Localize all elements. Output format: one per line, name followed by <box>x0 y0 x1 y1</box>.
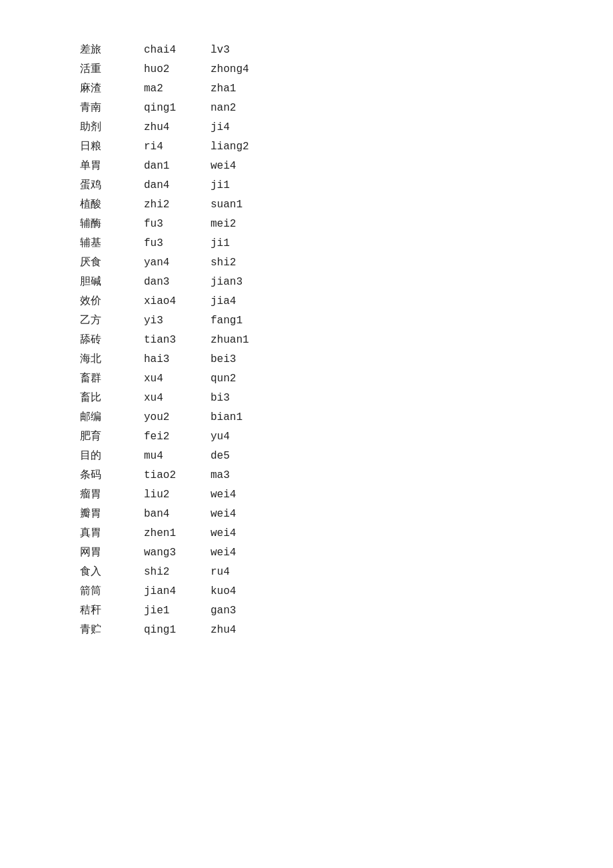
chinese-chars: 活重 <box>80 59 133 79</box>
table-row: 厌食yan4shi2 <box>80 253 267 272</box>
pinyin-first: dan4 <box>133 175 200 195</box>
chinese-chars: 畜比 <box>80 388 133 407</box>
table-row: 青南qing1nan2 <box>80 98 267 117</box>
pinyin-first: mu4 <box>133 446 200 465</box>
chinese-chars: 辅酶 <box>80 214 133 233</box>
pinyin-first: qing1 <box>133 620 200 639</box>
pinyin-first: ri4 <box>133 137 200 156</box>
chinese-chars: 瘤胃 <box>80 485 133 504</box>
pinyin-first: fu3 <box>133 233 200 253</box>
pinyin-second: qun2 <box>200 369 267 388</box>
table-row: 蛋鸡dan4ji1 <box>80 175 267 195</box>
pinyin-first: chai4 <box>133 40 200 59</box>
pinyin-first: ban4 <box>133 504 200 523</box>
pinyin-second: de5 <box>200 446 267 465</box>
pinyin-first: yi3 <box>133 311 200 330</box>
pinyin-second: kuo4 <box>200 581 267 601</box>
pinyin-first: jian4 <box>133 581 200 601</box>
chinese-chars: 日粮 <box>80 137 133 156</box>
pinyin-first: zhen1 <box>133 523 200 543</box>
chinese-chars: 网胃 <box>80 543 133 562</box>
table-row: 目的mu4de5 <box>80 446 267 465</box>
table-row: 邮编you2bian1 <box>80 407 267 427</box>
chinese-chars: 目的 <box>80 446 133 465</box>
pinyin-first: yan4 <box>133 253 200 272</box>
pinyin-first: ma2 <box>133 79 200 98</box>
pinyin-second: wei4 <box>200 485 267 504</box>
pinyin-second: ji1 <box>200 175 267 195</box>
pinyin-first: huo2 <box>133 59 200 79</box>
chinese-chars: 肥育 <box>80 427 133 446</box>
chinese-chars: 海北 <box>80 349 133 369</box>
table-row: 麻渣ma2zha1 <box>80 79 267 98</box>
table-row: 乙方yi3fang1 <box>80 311 267 330</box>
pinyin-first: dan1 <box>133 156 200 175</box>
pinyin-first: shi2 <box>133 562 200 581</box>
pinyin-first: fu3 <box>133 214 200 233</box>
pinyin-first: fei2 <box>133 427 200 446</box>
chinese-chars: 秸秆 <box>80 601 133 620</box>
pinyin-second: zha1 <box>200 79 267 98</box>
chinese-chars: 胆碱 <box>80 272 133 291</box>
table-row: 瘤胃liu2wei4 <box>80 485 267 504</box>
chinese-chars: 畜群 <box>80 369 133 388</box>
pinyin-second: fang1 <box>200 311 267 330</box>
table-row: 畜比xu4bi3 <box>80 388 267 407</box>
table-row: 肥育fei2yu4 <box>80 427 267 446</box>
table-row: 网胃wang3wei4 <box>80 543 267 562</box>
pinyin-second: bei3 <box>200 349 267 369</box>
pinyin-first: xiao4 <box>133 291 200 311</box>
chinese-chars: 厌食 <box>80 253 133 272</box>
chinese-chars: 邮编 <box>80 407 133 427</box>
pinyin-first: tiao2 <box>133 465 200 485</box>
table-row: 辅基fu3ji1 <box>80 233 267 253</box>
chinese-chars: 食入 <box>80 562 133 581</box>
pinyin-first: xu4 <box>133 388 200 407</box>
pinyin-second: zhu4 <box>200 620 267 639</box>
pinyin-second: liang2 <box>200 137 267 156</box>
table-row: 秸秆jie1gan3 <box>80 601 267 620</box>
table-row: 舔砖tian3zhuan1 <box>80 330 267 349</box>
chinese-chars: 条码 <box>80 465 133 485</box>
pinyin-first: dan3 <box>133 272 200 291</box>
table-row: 效价xiao4jia4 <box>80 291 267 311</box>
pinyin-second: suan1 <box>200 195 267 214</box>
table-row: 胆碱dan3jian3 <box>80 272 267 291</box>
chinese-chars: 乙方 <box>80 311 133 330</box>
pinyin-first: qing1 <box>133 98 200 117</box>
pinyin-first: hai3 <box>133 349 200 369</box>
table-row: 助剂zhu4ji4 <box>80 117 267 137</box>
table-row: 瓣胃ban4wei4 <box>80 504 267 523</box>
table-row: 条码tiao2ma3 <box>80 465 267 485</box>
chinese-chars: 蛋鸡 <box>80 175 133 195</box>
table-row: 真胃zhen1wei4 <box>80 523 267 543</box>
table-row: 差旅chai4lv3 <box>80 40 267 59</box>
vocabulary-table: 差旅chai4lv3活重huo2zhong4麻渣ma2zha1青南qing1na… <box>80 40 267 639</box>
chinese-chars: 助剂 <box>80 117 133 137</box>
chinese-chars: 箭筒 <box>80 581 133 601</box>
pinyin-first: tian3 <box>133 330 200 349</box>
pinyin-second: zhong4 <box>200 59 267 79</box>
pinyin-first: zhi2 <box>133 195 200 214</box>
pinyin-first: xu4 <box>133 369 200 388</box>
pinyin-second: bi3 <box>200 388 267 407</box>
pinyin-second: yu4 <box>200 427 267 446</box>
table-row: 箭筒jian4kuo4 <box>80 581 267 601</box>
chinese-chars: 青南 <box>80 98 133 117</box>
pinyin-second: nan2 <box>200 98 267 117</box>
table-row: 食入shi2ru4 <box>80 562 267 581</box>
table-row: 青贮qing1zhu4 <box>80 620 267 639</box>
chinese-chars: 差旅 <box>80 40 133 59</box>
pinyin-first: jie1 <box>133 601 200 620</box>
pinyin-second: wei4 <box>200 156 267 175</box>
pinyin-second: wei4 <box>200 523 267 543</box>
pinyin-second: shi2 <box>200 253 267 272</box>
chinese-chars: 效价 <box>80 291 133 311</box>
pinyin-first: zhu4 <box>133 117 200 137</box>
chinese-chars: 麻渣 <box>80 79 133 98</box>
pinyin-first: wang3 <box>133 543 200 562</box>
pinyin-second: zhuan1 <box>200 330 267 349</box>
pinyin-second: bian1 <box>200 407 267 427</box>
table-row: 植酸zhi2suan1 <box>80 195 267 214</box>
pinyin-first: liu2 <box>133 485 200 504</box>
